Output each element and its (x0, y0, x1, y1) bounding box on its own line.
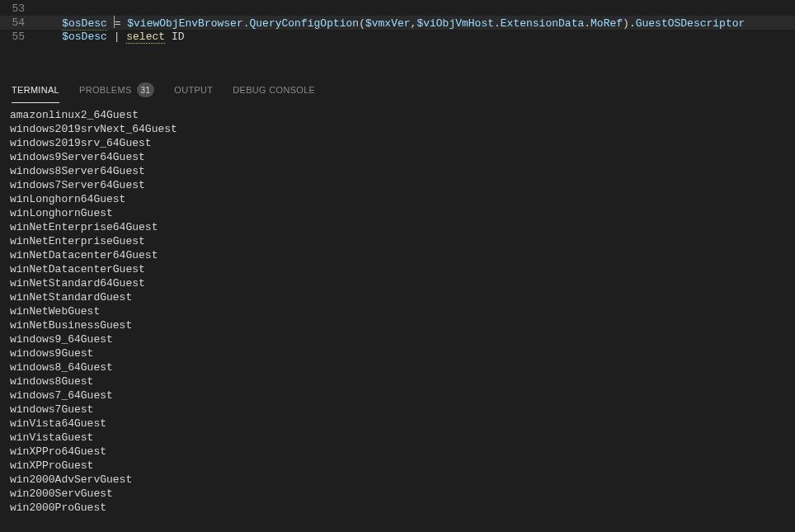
terminal-line: winNetDatacenter64Guest (10, 248, 783, 262)
code-token: . (584, 17, 590, 30)
code-token: $osDesc (62, 17, 107, 31)
tab-debug-console[interactable]: DEBUG CONSOLE (233, 77, 315, 103)
tab-terminal-label: TERMINAL (12, 85, 59, 95)
code-token: MoRef (590, 17, 623, 30)
line-number: 54 (0, 16, 36, 30)
terminal-line: windows7Server64Guest (10, 178, 783, 192)
code-token: . (243, 17, 250, 30)
terminal-line: winNetDatacenterGuest (10, 262, 783, 276)
line-number: 55 (0, 30, 36, 44)
terminal-line: windows7_64Guest (10, 388, 783, 403)
tab-terminal[interactable]: TERMINAL (12, 77, 59, 103)
line-number: 53 (0, 2, 36, 16)
terminal-line: windows8_64Guest (10, 360, 783, 374)
code-token: ) (623, 17, 629, 30)
code-token: $viewObjEnvBrowser (127, 17, 242, 30)
terminal-line: amazonlinux2_64Guest (10, 108, 783, 122)
terminal-line: windows9_64Guest (10, 332, 783, 346)
terminal-line: winNetBusinessGuest (10, 318, 783, 332)
code-token: $osDesc (62, 31, 107, 43)
tab-output-label: OUTPUT (174, 85, 213, 95)
terminal-line: winLonghornGuest (10, 206, 783, 220)
code-token (36, 31, 62, 43)
code-token: QueryConfigOption (250, 17, 360, 30)
code-line[interactable]: 54 $osDesc = $viewObjEnvBrowser.QueryCon… (0, 16, 795, 30)
bottom-panel: TERMINAL PROBLEMS 31 OUTPUT DEBUG CONSOL… (0, 77, 795, 515)
tab-debug-console-label: DEBUG CONSOLE (233, 85, 315, 95)
terminal-line: windows9Guest (10, 346, 783, 360)
terminal-line: winVista64Guest (10, 417, 783, 431)
tab-problems[interactable]: PROBLEMS 31 (79, 77, 154, 103)
terminal-output[interactable]: amazonlinux2_64Guestwindows2019srvNext_6… (0, 103, 795, 515)
code-line[interactable]: 55 $osDesc | select ID (0, 30, 795, 44)
editor-panel-gap (0, 44, 795, 77)
terminal-line: windows2019srv_64Guest (10, 136, 783, 150)
code-content[interactable]: $osDesc | select ID (36, 30, 795, 44)
terminal-line: windows9Server64Guest (10, 150, 783, 164)
code-token (36, 17, 62, 30)
terminal-line: winNetStandardGuest (10, 290, 783, 304)
code-token: ID (172, 31, 185, 43)
terminal-line: windows8Guest (10, 374, 783, 388)
panel-tab-bar: TERMINAL PROBLEMS 31 OUTPUT DEBUG CONSOL… (0, 77, 795, 103)
code-content[interactable]: $osDesc = $viewObjEnvBrowser.QueryConfig… (36, 16, 795, 31)
terminal-line: windows8Server64Guest (10, 164, 783, 178)
code-token: . (629, 17, 636, 30)
tab-problems-label: PROBLEMS (79, 85, 132, 95)
terminal-line: win2000ProGuest (10, 501, 783, 515)
code-token (107, 17, 114, 30)
code-token: select (126, 31, 165, 44)
code-token: GuestOSDescriptor (636, 17, 746, 30)
code-token: ExtensionData (501, 17, 584, 30)
terminal-line: winNetStandard64Guest (10, 276, 783, 290)
tab-output[interactable]: OUTPUT (174, 77, 213, 103)
terminal-line: winNetEnterpriseGuest (10, 234, 783, 248)
terminal-line: winVistaGuest (10, 431, 783, 445)
terminal-line: windows2019srvNext_64Guest (10, 122, 783, 136)
terminal-line: win2000AdvServGuest (10, 473, 783, 487)
terminal-line: winNetWebGuest (10, 304, 783, 318)
code-token: $vmxVer (365, 17, 411, 30)
code-token (165, 31, 172, 43)
terminal-line: winNetEnterprise64Guest (10, 220, 783, 234)
code-token (107, 31, 114, 43)
code-token: $viObjVmHost (416, 17, 494, 30)
code-line[interactable]: 53 (0, 2, 795, 16)
code-token: . (494, 17, 501, 30)
terminal-line: winXPPro64Guest (10, 445, 783, 459)
terminal-line: winXPProGuest (10, 459, 783, 473)
code-token: ( (359, 17, 365, 30)
editor-area[interactable]: 5354 $osDesc = $viewObjEnvBrowser.QueryC… (0, 0, 795, 44)
problems-count-badge: 31 (137, 82, 155, 97)
terminal-line: windows7Guest (10, 403, 783, 417)
terminal-line: winLonghorn64Guest (10, 192, 783, 206)
terminal-line: win2000ServGuest (10, 487, 783, 501)
